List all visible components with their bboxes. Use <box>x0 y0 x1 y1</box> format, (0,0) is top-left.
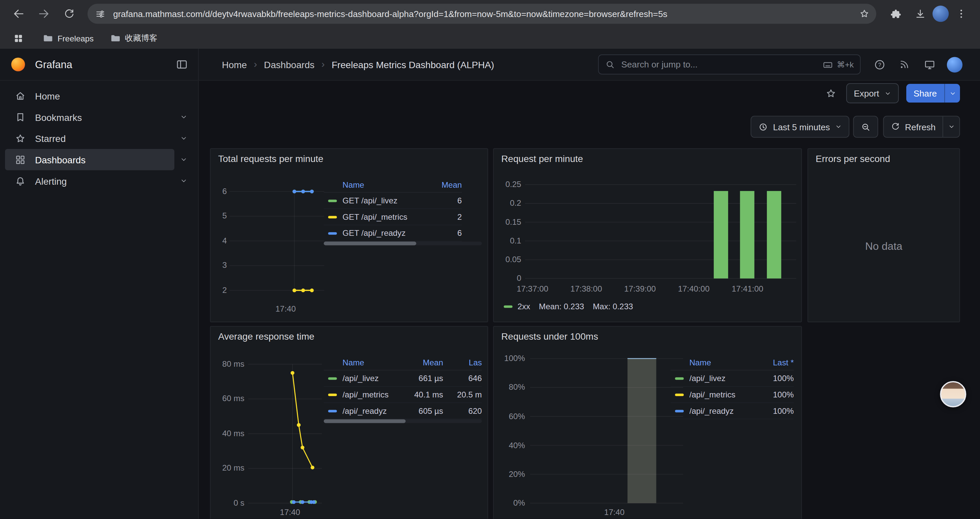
no-data-message: No data <box>808 241 959 253</box>
url-input[interactable] <box>112 8 852 19</box>
sidebar-link-starred[interactable]: Starred <box>5 128 175 149</box>
bar-chart[interactable] <box>530 353 683 506</box>
brand-title: Grafana <box>35 58 72 70</box>
expand-dashboards-button[interactable] <box>175 149 193 170</box>
legend-row[interactable]: /api/_livez 100% <box>671 370 794 387</box>
chevron-down-icon <box>884 90 891 97</box>
grafana-logo[interactable] <box>10 56 26 73</box>
scrollbar-thumb[interactable] <box>324 419 406 423</box>
help-button[interactable]: ? <box>870 56 888 73</box>
forward-button[interactable] <box>36 6 52 22</box>
bookmark-label: Freeleaps <box>57 34 94 43</box>
sidebar-item-home: Home <box>5 85 193 107</box>
favorite-dashboard-button[interactable] <box>822 85 839 102</box>
browser-profile-avatar[interactable] <box>932 6 949 22</box>
chevron-down-icon <box>180 156 188 163</box>
clock-icon <box>758 121 768 132</box>
news-button[interactable] <box>896 56 913 73</box>
legend-header[interactable]: Name Mean <box>324 177 462 193</box>
star-icon <box>14 132 26 144</box>
share-menu-button[interactable] <box>944 84 960 102</box>
toggle-sidebar-button[interactable] <box>176 58 188 70</box>
star-icon <box>825 87 837 99</box>
search-shortcut: ⌘+k <box>822 59 854 70</box>
bookmark-page-button[interactable] <box>859 8 870 19</box>
sidebar-link-home[interactable]: Home <box>5 85 193 107</box>
panel-title: Errors per second <box>816 153 890 164</box>
series-swatch <box>504 305 512 307</box>
share-label: Share <box>914 88 937 98</box>
browser-menu-button[interactable] <box>953 6 969 22</box>
series-name: /api/_livez <box>342 374 406 383</box>
search-bar[interactable]: ⌘+k <box>598 54 861 75</box>
time-series-chart[interactable] <box>248 358 322 508</box>
legend-row[interactable]: /api/_readyz 100% <box>671 403 794 420</box>
app-body: Home Bookmarks Starred <box>0 81 980 519</box>
legend-row[interactable]: GET /api/_readyz 6 <box>324 225 462 242</box>
reload-button[interactable] <box>61 6 77 22</box>
legend-row[interactable]: /api/_metrics 100% <box>671 387 794 403</box>
back-arrow-icon <box>12 7 25 20</box>
display-button[interactable] <box>921 56 938 73</box>
back-button[interactable] <box>11 6 27 22</box>
series-last: 100% <box>760 374 794 383</box>
legend-row[interactable]: /api/_metrics 40.1 ms 20.5 m <box>324 387 482 403</box>
export-button[interactable]: Export <box>846 83 898 103</box>
legend[interactable]: 2xx Mean: 0.233 Max: 0.233 <box>504 302 633 311</box>
legend-row[interactable]: /api/_livez 661 µs 646 <box>324 370 482 387</box>
site-settings-icon[interactable] <box>95 8 106 19</box>
url-bar[interactable] <box>88 4 876 24</box>
user-avatar[interactable] <box>947 57 963 72</box>
downloads-button[interactable] <box>912 6 928 22</box>
panel-avg-response-time[interactable]: Average response time 80 ms 60 ms 40 ms … <box>210 326 488 519</box>
sidebar-link-bookmarks[interactable]: Bookmarks <box>5 107 175 128</box>
dashboard-content: Export Share <box>199 81 980 519</box>
legend-header[interactable]: Name Mean Las <box>324 355 482 370</box>
legend-row[interactable]: GET /api/_metrics 2 <box>324 209 462 225</box>
bookmark-folder-blog[interactable]: 收藏博客 <box>110 32 157 44</box>
expand-bookmarks-button[interactable] <box>175 107 193 128</box>
extensions-button[interactable] <box>887 6 903 22</box>
y-tick: 20% <box>494 470 525 479</box>
expand-alerting-button[interactable] <box>175 170 193 192</box>
breadcrumb-home[interactable]: Home <box>222 59 247 70</box>
zoom-out-button[interactable] <box>853 116 878 138</box>
time-range-picker[interactable]: Last 5 minutes <box>751 116 849 138</box>
share-button[interactable]: Share <box>906 84 944 102</box>
breadcrumb-dashboards[interactable]: Dashboards <box>264 59 315 70</box>
y-tick: 100% <box>494 355 525 363</box>
sidebar-link-dashboards[interactable]: Dashboards <box>5 149 175 170</box>
chevron-down-icon <box>949 90 956 97</box>
y-axis: 0.25 0.2 0.15 0.1 0.05 0 <box>494 149 521 287</box>
legend-header[interactable]: Name Last * <box>671 355 794 370</box>
refresh-interval-button[interactable] <box>943 117 960 137</box>
series-name: GET /api/_metrics <box>342 212 424 222</box>
sidebar-item-alerting: Alerting <box>5 170 193 192</box>
sidebar-link-alerting[interactable]: Alerting <box>5 170 175 192</box>
shortcut-label: ⌘+k <box>837 60 854 69</box>
bar-chart[interactable] <box>525 181 796 279</box>
series-last: 620 <box>443 406 482 415</box>
time-series-chart[interactable] <box>229 180 325 299</box>
legend-row[interactable]: GET /api/_livez 6 <box>324 193 462 209</box>
refresh-button[interactable]: Refresh <box>884 117 942 137</box>
expand-starred-button[interactable] <box>175 128 193 149</box>
y-tick: 4 <box>213 236 227 245</box>
panel-request-per-minute[interactable]: Request per minute 0.25 0.2 0.15 0.1 0.0… <box>493 148 802 322</box>
app-header: Grafana Home › Dashboards › Freeleaps Me… <box>0 49 980 81</box>
series-mean: 661 µs <box>406 374 443 383</box>
home-icon <box>14 90 26 102</box>
bookmark-folder-freeleaps[interactable]: Freeleaps <box>42 33 94 43</box>
floating-assistant-avatar[interactable] <box>940 381 966 407</box>
apps-shortcut-button[interactable] <box>10 30 26 46</box>
panel-requests-under-100ms[interactable]: Requests under 100ms 100% 80% 60% 40% 20… <box>493 326 802 519</box>
grafana-app: Grafana Home › Dashboards › Freeleaps Me… <box>0 49 980 519</box>
x-tick: 17:38:00 <box>565 285 608 294</box>
legend-scrollbar[interactable] <box>324 241 482 245</box>
legend-scrollbar[interactable] <box>324 419 482 423</box>
panel-errors-per-second[interactable]: Errors per second No data <box>808 148 960 322</box>
legend-row[interactable]: /api/_readyz 605 µs 620 <box>324 403 482 420</box>
search-input[interactable] <box>620 59 822 70</box>
panel-total-requests[interactable]: Total requests per minute 6 5 4 3 2 17:4… <box>210 148 488 322</box>
scrollbar-thumb[interactable] <box>324 241 416 245</box>
